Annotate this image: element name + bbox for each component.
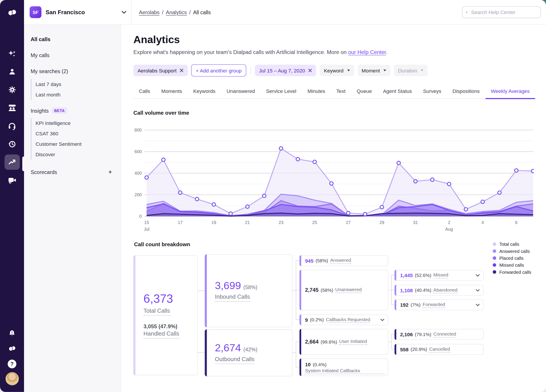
user-avatar[interactable]	[5, 372, 19, 385]
tab-calls[interactable]: Calls	[133, 85, 156, 98]
connected-label[interactable]: Connected	[433, 331, 456, 338]
keyword-dropdown[interactable]: Keyword	[320, 65, 354, 76]
search-input[interactable]	[470, 9, 537, 15]
node-accent	[299, 359, 301, 376]
tab-queue[interactable]: Queue	[351, 85, 377, 98]
settings-icon[interactable]	[4, 82, 20, 97]
svg-text:600: 600	[134, 149, 142, 154]
expand-chevron-icon[interactable]	[380, 318, 384, 321]
notifications-bell-icon[interactable]	[5, 326, 19, 340]
group-filter-chip[interactable]: Aerolabs Support	[133, 65, 188, 76]
node-accent	[299, 329, 301, 355]
forwarded-label[interactable]: Forwarded	[423, 302, 445, 308]
missed-label[interactable]: Missed	[433, 272, 448, 278]
tab-text[interactable]: Text	[331, 85, 351, 98]
node-system-initiated-callbacks: 10 (0.4%) System Initiated Callbacks	[299, 359, 388, 376]
help-icon[interactable]: ?	[5, 357, 19, 371]
cancelled-pct: (20.9%)	[411, 347, 427, 352]
duration-dropdown[interactable]: Duration	[394, 65, 428, 76]
remove-date-filter-icon[interactable]	[308, 69, 312, 72]
expand-chevron-icon[interactable]	[476, 303, 480, 306]
tab-service-level[interactable]: Service Level	[260, 85, 302, 98]
help-search[interactable]	[462, 6, 541, 18]
chart-title: Call volume over time	[133, 110, 546, 116]
subtitle-text: Explore what's happening on your team's …	[133, 49, 348, 55]
ai-sparkles-icon[interactable]	[4, 46, 20, 61]
tab-dispositions[interactable]: Dispositions	[447, 85, 485, 98]
history-icon[interactable]	[4, 136, 20, 152]
abandoned-label[interactable]: Abandoned	[433, 287, 457, 293]
scorecards-label[interactable]: Scorecards	[31, 169, 57, 175]
add-group-button[interactable]: + Add another group	[191, 64, 246, 77]
date-range-chip[interactable]: Jul 15 – Aug 7, 2020	[255, 65, 316, 76]
my-searches-group: Last 7 days Last month	[31, 79, 114, 100]
support-headset-icon[interactable]	[4, 118, 20, 133]
call-volume-chart: 020040060080015Jul17192123252729312Aug46	[133, 127, 534, 233]
sidebar-item-customer-sentiment[interactable]: Customer Sentiment	[36, 139, 114, 149]
system-callbacks-value: 10	[305, 362, 311, 367]
moment-dropdown[interactable]: Moment	[358, 65, 390, 76]
workspace-selector[interactable]: SF San Francisco	[24, 0, 132, 25]
dialpad-logo[interactable]	[5, 6, 19, 19]
sidebar-item-insights[interactable]: Insights BETA	[31, 107, 114, 114]
tab-surveys[interactable]: Surveys	[417, 85, 447, 98]
legend-swatch	[493, 263, 496, 267]
svg-text:200: 200	[134, 192, 142, 197]
user-initiated-pct: (99.6%)	[321, 339, 337, 344]
expand-chevron-icon[interactable]	[476, 274, 480, 277]
node-accent	[395, 329, 396, 340]
svg-text:2: 2	[448, 220, 450, 225]
tab-minutes[interactable]: Minutes	[302, 85, 331, 98]
tab-agent-status[interactable]: Agent Status	[377, 85, 417, 98]
node-missed: 1,445 (52.6%) Missed	[395, 270, 484, 281]
sidebar-item-my-calls[interactable]: My calls	[31, 52, 114, 58]
sidebar-item-last-7-days[interactable]: Last 7 days	[36, 79, 114, 89]
legend-swatch	[493, 242, 496, 246]
inbound-label[interactable]: Inbound Calls	[215, 294, 250, 302]
dialpad-app-icon[interactable]	[5, 341, 19, 355]
callbacks-label[interactable]: Callbacks Requested	[326, 317, 370, 323]
coaching-icon[interactable]	[4, 100, 20, 115]
expand-chevron-icon[interactable]	[476, 289, 480, 292]
user-initiated-label[interactable]: User Initiated	[339, 339, 367, 345]
breadcrumb-link-aerolabs[interactable]: Aerolabs	[139, 9, 160, 15]
svg-text:31: 31	[413, 220, 418, 225]
tab-keywords[interactable]: Keywords	[188, 85, 221, 98]
outbound-label[interactable]: Outbound Calls	[215, 355, 254, 364]
remove-group-filter-icon[interactable]	[180, 69, 183, 72]
legend-label: Total calls	[499, 241, 519, 247]
sidebar-item-discover[interactable]: Discover	[36, 149, 114, 159]
sidebar-item-kpi-intelligence[interactable]: KPI Intelligence	[36, 118, 114, 128]
contacts-icon[interactable]	[4, 64, 20, 79]
unanswered-label[interactable]: Unanswered	[335, 287, 362, 293]
system-callbacks-label[interactable]: System Initiated Callbacks	[305, 368, 384, 374]
meetings-camera-icon[interactable]	[4, 172, 20, 188]
breadcrumb-link-analytics[interactable]: Analytics	[166, 9, 187, 15]
date-range-label: Jul 15 – Aug 7, 2020	[259, 68, 305, 73]
help-center-link[interactable]: our Help Center	[348, 49, 386, 55]
node-cancelled: 558 (20.9%) Cancelled	[395, 344, 484, 355]
sidebar-item-my-searches[interactable]: My searches (2)	[31, 68, 114, 74]
analytics-icon[interactable]	[4, 154, 20, 170]
handled-calls-label[interactable]: Handled Calls	[143, 330, 179, 339]
svg-text:25: 25	[312, 220, 317, 225]
tab-moments[interactable]: Moments	[156, 85, 188, 98]
main-content: Analytics Explore what's happening on yo…	[121, 25, 546, 392]
sidebar-item-csat-360[interactable]: CSAT 360	[36, 128, 114, 139]
total-calls-label[interactable]: Total Calls	[143, 308, 170, 316]
abandoned-pct: (40.4%)	[415, 288, 431, 293]
node-accent	[133, 255, 135, 375]
missed-pct: (52.6%)	[415, 273, 431, 278]
answered-label[interactable]: Answered	[330, 258, 351, 264]
sidebar-item-last-month[interactable]: Last month	[36, 89, 114, 100]
cancelled-label[interactable]: Cancelled	[429, 346, 450, 353]
callbacks-value: 9	[305, 317, 308, 323]
tab-weekly-averages[interactable]: Weekly Averages	[485, 85, 535, 98]
add-scorecard-button[interactable]: +	[106, 168, 114, 176]
legend-swatch	[493, 270, 496, 274]
cancelled-value: 558	[400, 347, 409, 352]
tab-unanswered[interactable]: Unanswered	[221, 85, 260, 98]
answered-value: 945	[305, 258, 313, 263]
forwarded-value: 192	[400, 302, 409, 308]
sidebar-item-all-calls[interactable]: All calls	[31, 36, 114, 42]
